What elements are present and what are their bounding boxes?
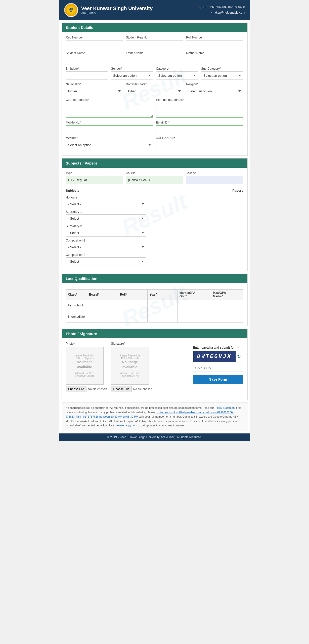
- highschool-marks-input[interactable]: [180, 301, 209, 309]
- sig-size-label: 150 x 150 pixels: [121, 357, 139, 360]
- intermediate-maxmarks-input[interactable]: [213, 313, 241, 321]
- reg-number-input[interactable]: [66, 40, 123, 48]
- honours-label: Honours: [66, 196, 243, 199]
- father-name-group: Father Name: [126, 51, 183, 64]
- category-label: Category*: [156, 67, 198, 70]
- domicile-label: Domicile State*: [126, 83, 183, 86]
- captcha-input[interactable]: [193, 364, 243, 372]
- subsidary2-select[interactable]: - Select -: [66, 229, 146, 237]
- medium-group: Medium * Select an option: [66, 136, 153, 149]
- intermediate-roll-input[interactable]: [120, 313, 145, 321]
- honours-select[interactable]: - Select -: [66, 200, 146, 208]
- birthdate-input[interactable]: [66, 71, 108, 79]
- subcategory-select[interactable]: Select an option: [201, 71, 243, 79]
- captcha-refresh-icon[interactable]: ↻: [237, 354, 241, 359]
- photo-size-label: 150 x 150 pixels: [75, 357, 94, 360]
- qualification-section: Last Qualification Result Class* Board* …: [62, 274, 248, 326]
- nationality-group: Nationality* Indian: [66, 83, 123, 95]
- father-name-input[interactable]: [126, 56, 183, 64]
- maxmarks-header: Max/GPAMarks*: [211, 290, 243, 300]
- type-input[interactable]: [66, 176, 123, 184]
- copyright-text: © 2019 - Veer Kunwar Singh University, A…: [107, 435, 202, 439]
- signature-choose-file-button[interactable]: Choose File: [111, 386, 132, 392]
- email-group: Email ID *: [156, 121, 243, 133]
- qualification-header: Last Qualification: [62, 274, 247, 283]
- student-name-input[interactable]: [66, 56, 123, 64]
- email-input[interactable]: [156, 125, 243, 133]
- composition1-row: Composition-1 - Select -: [66, 239, 243, 251]
- composition2-row: Composition-2 - Select -: [66, 253, 243, 265]
- footer-bar: © 2019 - Veer Kunwar Singh University, A…: [59, 433, 250, 441]
- course-input[interactable]: [126, 176, 183, 184]
- phone-number: +91-9661566208 / 8651820688: [203, 5, 245, 10]
- photo-file-size: Less than 20 KB: [75, 375, 94, 377]
- university-location: Ara (Bihar): [81, 11, 153, 15]
- category-select[interactable]: Select an option: [156, 71, 198, 79]
- permanent-address-input[interactable]: [156, 103, 243, 118]
- subjects-section: Subjects / Papers Result Type Course Col…: [62, 158, 248, 271]
- aadhaar-input[interactable]: [156, 141, 243, 149]
- board-header: Board*: [87, 290, 118, 300]
- subsidary1-label: Subsidary-1: [66, 210, 243, 214]
- intermediate-marks-input[interactable]: [180, 313, 209, 321]
- signature-placeholder: Image Resolution 150 x 150 pixels No Ima…: [111, 347, 149, 385]
- table-row: Intermediate: [66, 311, 243, 323]
- religion-group: Religion* Select an option: [186, 83, 243, 95]
- current-address-input[interactable]: [66, 103, 153, 118]
- table-row: Highschool: [66, 300, 243, 311]
- year-header: Year*: [147, 290, 177, 300]
- nationality-select[interactable]: Indian: [66, 87, 123, 95]
- medium-label: Medium *: [66, 136, 153, 140]
- medium-select[interactable]: Select an option: [66, 141, 153, 149]
- contact-link[interactable]: contact us on vksu@helpenable.com or cal…: [66, 411, 234, 418]
- photo-placeholder: Image Resolution 150 x 150 pixels No Ima…: [66, 347, 104, 385]
- signature-box: Signature* Image Resolution 150 x 150 pi…: [111, 342, 152, 392]
- student-reg-no-input[interactable]: [126, 40, 183, 48]
- highschool-year-input[interactable]: [150, 301, 175, 309]
- roll-number-input[interactable]: [186, 40, 243, 48]
- college-label: College: [186, 171, 243, 175]
- student-reg-no-label: Student Reg.No.: [126, 36, 183, 39]
- reg-number-label: Reg Number: [66, 36, 123, 39]
- save-form-button[interactable]: Save Form: [193, 375, 243, 384]
- browsehappy-link[interactable]: browsehappy.com: [115, 424, 137, 427]
- mother-name-input[interactable]: [186, 56, 243, 64]
- religion-select[interactable]: Select an option: [186, 87, 243, 95]
- university-logo: VKSU: [64, 3, 78, 17]
- college-group: College: [186, 171, 243, 184]
- composition1-select[interactable]: - Select -: [66, 243, 146, 251]
- father-name-label: Father Name: [126, 51, 183, 55]
- domicile-select[interactable]: Bihar: [126, 87, 183, 95]
- page-header: VKSU Veer Kunwar Singh University Ara (B…: [59, 0, 250, 20]
- intermediate-class: Intermediate: [66, 311, 87, 323]
- type-label: Type: [66, 171, 123, 175]
- subcategory-label: Sub-Category*: [201, 67, 243, 70]
- mobile-input[interactable]: [66, 125, 153, 133]
- intermediate-board-input[interactable]: [89, 313, 116, 321]
- subsidary1-select[interactable]: - Select -: [66, 214, 146, 222]
- aadhaar-label: AADHAAR No.: [156, 136, 243, 140]
- mobile-label: Mobile No.*: [66, 121, 153, 124]
- phone-icon: [198, 5, 201, 10]
- highschool-roll-input[interactable]: [120, 301, 145, 309]
- mother-name-label: Mother Name: [186, 51, 243, 55]
- signature-label: Signature*: [111, 342, 125, 345]
- intermediate-year-input[interactable]: [150, 313, 175, 321]
- student-details-header: Student Details: [62, 23, 247, 32]
- highschool-board-input[interactable]: [89, 301, 116, 309]
- photo-label: Photo*: [66, 342, 75, 345]
- type-group: Type: [66, 171, 123, 184]
- subjects-column-header: Subjects: [66, 189, 79, 192]
- highschool-maxmarks-input[interactable]: [213, 301, 241, 309]
- aadhaar-group: AADHAAR No.: [156, 136, 243, 149]
- photo-allowed-label: Allowed File Size: [75, 372, 94, 375]
- photo-signature-section: Photo / Signature Photo* Image Resolutio…: [62, 329, 248, 400]
- religion-label: Religion*: [186, 83, 243, 86]
- composition2-select[interactable]: - Select -: [66, 257, 146, 265]
- college-input[interactable]: [186, 176, 243, 184]
- roll-number-label: Roll Number: [186, 36, 243, 39]
- contact-info: +91-9661566208 / 8651820688 vksu@helpena…: [198, 5, 245, 15]
- policy-link[interactable]: Policy Statement: [215, 406, 236, 409]
- gender-select[interactable]: Select an option: [111, 71, 153, 79]
- photo-choose-file-button[interactable]: Choose File: [66, 386, 86, 392]
